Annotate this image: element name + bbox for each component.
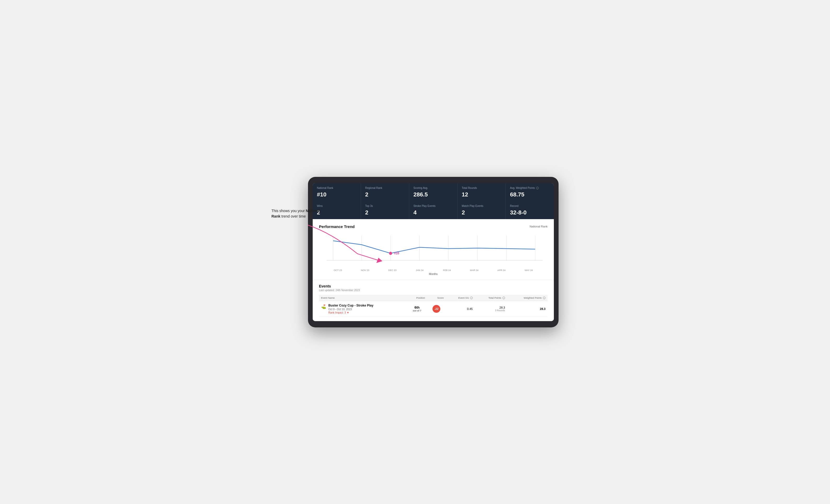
stat-total-rounds: Total Rounds 12 [457,183,506,201]
chart-x-label-mar24: MAR 24 [461,269,488,272]
chart-x-label-oct23: OCT 23 [324,269,352,272]
chart-x-label-feb24: FEB 24 [433,269,461,272]
content-area: National Rank #10 Regional Rank 2 Scorin… [313,183,554,321]
stat-avg-weighted: Avg. Weighted Points i 68.75 [506,183,554,201]
stat-record: Record 32-8-0 [506,201,554,219]
event-date: Oct 9 - Oct 10, 2023 [328,308,374,311]
events-last-updated: Last updated: 24th November 2023 [319,289,548,292]
chart-svg: #10 [319,233,548,267]
event-details: Buster Cozy Cup - Stroke Play Oct 9 - Oc… [328,304,374,314]
stat-scoring-avg: Scoring Avg. 286.5 [409,183,457,201]
weighted-points-value: 28.3 [540,307,545,310]
stat-record-value: 32-8-0 [510,209,550,216]
events-table-body: ⛳ Buster Cozy Cup - Stroke Play Oct 9 - … [319,301,548,317]
total-points-info-icon: i [503,297,505,299]
rank-impact-text: Rank Impact: 3 [328,311,346,314]
stat-top3s-value: 2 [365,209,405,216]
event-score-cell: -22 [427,301,446,317]
events-table: Event Name Position Score Event SG i Tot… [319,295,548,317]
position-display: 6th out of 7 [409,305,425,312]
table-row: ⛳ Buster Cozy Cup - Stroke Play Oct 9 - … [319,301,548,317]
position-sub: out of 7 [409,309,425,312]
event-sg-info-icon: i [470,297,473,299]
stat-wins-label: Wins [317,204,356,208]
events-section: Events Last updated: 24th November 2023 … [313,280,554,321]
chart-x-label-may24: MAY 24 [515,269,543,272]
stats-row-1: National Rank #10 Regional Rank 2 Scorin… [313,183,554,201]
stat-stroke-play-value: 4 [413,209,453,216]
stat-record-label: Record [510,204,550,208]
col-position: Position [407,295,427,301]
score-badge: -22 [433,305,440,313]
col-score: Score [427,295,446,301]
col-event-name: Event Name [319,295,407,301]
event-rank-impact: Rank Impact: 3 ▼ [328,311,374,314]
annotation-bold: National Rank [272,209,320,219]
stat-national-rank: National Rank #10 [313,183,361,201]
weighted-points-cell: 28.3 [507,301,548,317]
svg-point-10 [389,252,392,255]
stat-avg-weighted-value: 68.75 [510,191,550,198]
weighted-points-info-icon: i [543,297,545,299]
event-name-cell-inner: ⛳ Buster Cozy Cup - Stroke Play Oct 9 - … [321,304,405,314]
chart-x-label-dec23: DEC 23 [379,269,406,272]
performance-title: Performance Trend [319,224,355,229]
chart-x-label-apr24: APR 24 [488,269,515,272]
stat-match-play-value: 2 [462,209,501,216]
stat-stroke-play: Stroke Play Events 4 [409,201,457,219]
total-points-value: 28.3 [477,306,505,309]
event-golf-icon: ⛳ [321,304,326,309]
chart-area: #10 [319,233,548,267]
stat-national-rank-value: #10 [317,191,356,198]
svg-text:#10: #10 [394,251,400,255]
tablet-frame: National Rank #10 Regional Rank 2 Scorin… [308,177,558,327]
stat-avg-weighted-label: Avg. Weighted Points i [510,186,550,190]
event-name-cell: ⛳ Buster Cozy Cup - Stroke Play Oct 9 - … [319,301,407,317]
events-table-head: Event Name Position Score Event SG i Tot… [319,295,548,301]
stat-national-rank-label: National Rank [317,186,356,190]
col-total-points: Total Points i [475,295,507,301]
stat-regional-rank-value: 2 [365,191,405,198]
stat-regional-rank-label: Regional Rank [365,186,405,190]
chart-x-label-nov23: NOV 23 [352,269,379,272]
stat-total-rounds-label: Total Rounds [462,186,501,190]
col-event-sg: Event SG i [446,295,475,301]
annotation: This shows you your National Rank trend … [272,208,324,219]
events-title: Events [319,284,548,288]
annotation-text: This shows you your National Rank trend … [272,209,320,219]
outer-wrapper: This shows you your National Rank trend … [272,177,558,327]
performance-subtitle: National Rank [530,225,548,228]
event-position-cell: 6th out of 7 [407,301,427,317]
chart-x-axis-title: Months [319,273,548,275]
chart-x-labels: OCT 23 NOV 23 DEC 23 JAN 24 FEB 24 MAR 2… [319,269,548,272]
stat-top3s-label: Top 3s [365,204,405,208]
events-table-header-row: Event Name Position Score Event SG i Tot… [319,295,548,301]
chart-x-label-jan24: JAN 24 [406,269,434,272]
col-weighted-points: Weighted Points i [507,295,548,301]
position-main: 6th [409,305,425,309]
performance-header: Performance Trend National Rank [319,224,548,229]
stat-regional-rank: Regional Rank 2 [361,183,409,201]
stat-top3s: Top 3s 2 [361,201,409,219]
stat-match-play-label: Match Play Events [462,204,501,208]
tablet-screen: National Rank #10 Regional Rank 2 Scorin… [313,183,554,321]
stat-total-rounds-value: 12 [462,191,501,198]
rank-impact-direction: ▼ [347,311,349,314]
total-points-cell: 28.3 3 Rounds [475,301,507,317]
performance-section: Performance Trend National Rank [313,219,554,280]
avg-weighted-info-icon: i [536,187,539,190]
stats-row-2: Wins 2 Top 3s 2 Stroke Play Events 4 Mat… [313,201,554,219]
total-points-rounds: 3 Rounds [477,309,505,312]
stat-scoring-avg-label: Scoring Avg. [413,186,453,190]
stat-scoring-avg-value: 286.5 [413,191,453,198]
event-name: Buster Cozy Cup - Stroke Play [328,304,374,307]
event-sg-cell: 0.45 [446,301,475,317]
stat-match-play: Match Play Events 2 [457,201,506,219]
stat-stroke-play-label: Stroke Play Events [413,204,453,208]
